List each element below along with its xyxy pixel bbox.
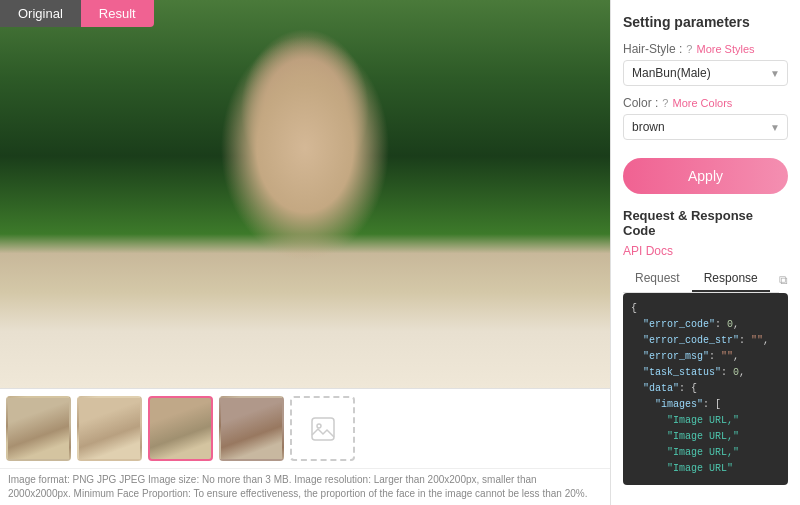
- hair-style-help[interactable]: ?: [686, 43, 692, 55]
- color-label: Color : ? More Colors: [623, 96, 788, 110]
- tab-original[interactable]: Original: [0, 0, 81, 27]
- apply-button[interactable]: Apply: [623, 158, 788, 194]
- code-key-images: "images": [655, 399, 703, 410]
- code-key-error-code-str: "error_code_str": [643, 335, 739, 346]
- hair-style-label-text: Hair-Style :: [623, 42, 682, 56]
- color-select-wrapper: brown black blonde red gray white auburn…: [623, 114, 788, 140]
- color-select[interactable]: brown black blonde red gray white auburn: [623, 114, 788, 140]
- thumbnail-4[interactable]: [219, 396, 284, 461]
- tab-result[interactable]: Result: [81, 0, 154, 27]
- more-colors-link[interactable]: More Colors: [672, 97, 732, 109]
- settings-title: Setting parameters: [623, 14, 788, 30]
- image-area: [0, 0, 610, 388]
- svg-rect-0: [312, 418, 334, 440]
- copy-icon[interactable]: ⧉: [779, 268, 788, 292]
- thumbnail-1[interactable]: [6, 396, 71, 461]
- hair-style-row: Hair-Style : ? More Styles ManBun(Male) …: [623, 42, 788, 86]
- color-help[interactable]: ?: [662, 97, 668, 109]
- thumbnail-3[interactable]: [148, 396, 213, 461]
- req-resp-tab-bar: Request Response ⧉: [623, 266, 788, 293]
- color-row: Color : ? More Colors brown black blonde…: [623, 96, 788, 140]
- code-key-task-status: "task_status": [643, 367, 721, 378]
- thumbnail-bar: [0, 388, 610, 468]
- hair-style-select[interactable]: ManBun(Male) Straight Wavy Curly Braids …: [623, 60, 788, 86]
- tab-switcher: Request Response: [623, 266, 779, 293]
- hair-style-label: Hair-Style : ? More Styles: [623, 42, 788, 56]
- req-resp-title: Request & Response Code: [623, 208, 788, 238]
- code-key-error-msg: "error_msg": [643, 351, 709, 362]
- tab-bar: Original Result: [0, 0, 154, 27]
- code-image-url-3: "Image URL,": [667, 447, 739, 458]
- code-image-url-4: "Image URL": [667, 463, 733, 474]
- code-key-error-code: "error_code": [643, 319, 715, 330]
- request-tab[interactable]: Request: [623, 266, 692, 292]
- code-image-url-2: "Image URL,": [667, 431, 739, 442]
- code-image-url-1: "Image URL,": [667, 415, 739, 426]
- thumbnail-2[interactable]: [77, 396, 142, 461]
- api-docs-link[interactable]: API Docs: [623, 244, 788, 258]
- footer-text: Image format: PNG JPG JPEG Image size: N…: [0, 468, 610, 505]
- hair-style-select-wrapper: ManBun(Male) Straight Wavy Curly Braids …: [623, 60, 788, 86]
- response-code-block: { "error_code": 0, "error_code_str": "",…: [623, 293, 788, 485]
- left-panel: Original Result Image format: PNG JPG JP…: [0, 0, 610, 505]
- upload-button[interactable]: [290, 396, 355, 461]
- right-panel: Setting parameters Hair-Style : ? More S…: [610, 0, 800, 505]
- code-key-data: "data": [643, 383, 679, 394]
- color-label-text: Color :: [623, 96, 658, 110]
- code-brace-open: {: [631, 303, 637, 314]
- response-tab[interactable]: Response: [692, 266, 770, 292]
- svg-point-1: [317, 424, 321, 428]
- more-styles-link[interactable]: More Styles: [696, 43, 754, 55]
- main-image: [0, 0, 610, 388]
